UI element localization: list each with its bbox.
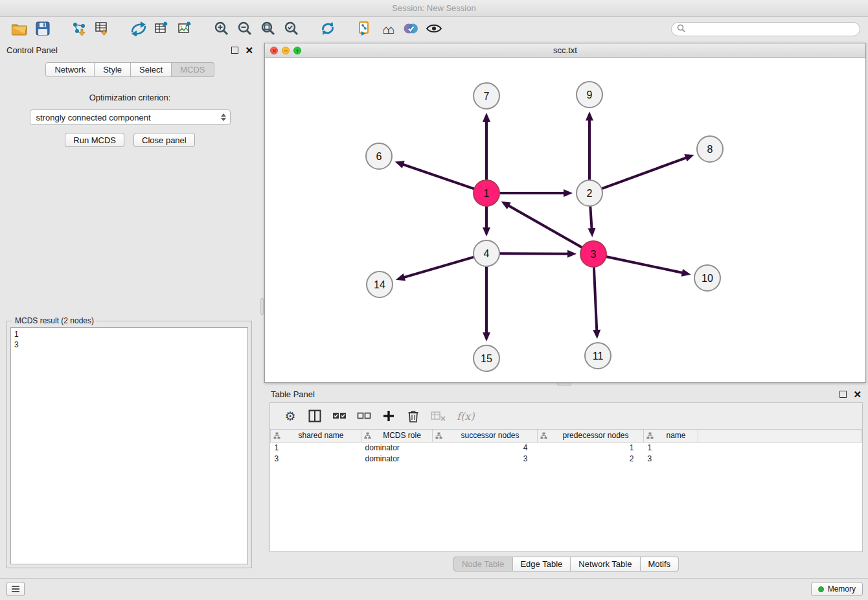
show-columns-button[interactable] <box>308 408 322 424</box>
save-session-button[interactable] <box>31 19 54 40</box>
column-type-icon <box>646 432 654 441</box>
dropdown-stepper-icon <box>221 113 226 121</box>
search-box[interactable] <box>671 22 860 36</box>
edge-arrowhead-icon <box>483 113 490 122</box>
zoom-out-button[interactable] <box>233 19 257 40</box>
table-row[interactable]: 1 dominator 4 1 1 <box>271 442 862 453</box>
tab-motifs[interactable]: Motifs <box>640 557 679 571</box>
graph-node-label: 4 <box>484 248 490 259</box>
main-toolbar: ⌂⌂ <box>0 17 868 41</box>
tab-network[interactable]: Network <box>45 62 95 77</box>
window-close-icon[interactable] <box>270 47 278 54</box>
list-icon <box>11 585 20 593</box>
edge-arrowhead-icon <box>567 250 577 258</box>
zoom-in-button[interactable] <box>210 19 233 40</box>
save-floppy-icon <box>36 21 50 38</box>
add-column-button[interactable] <box>382 408 396 424</box>
graph-edge-1-6[interactable] <box>402 164 474 189</box>
window-zoom-icon[interactable] <box>293 47 301 54</box>
edge-arrowhead-icon <box>564 189 573 197</box>
float-panel-icon[interactable] <box>231 47 238 54</box>
edge-arrowhead-icon <box>396 273 405 281</box>
clone-network-button[interactable] <box>352 19 376 40</box>
node-table: shared name MCDS role successor nodes <box>270 430 862 464</box>
table-panel-title: Table Panel <box>271 389 315 399</box>
search-input[interactable] <box>689 25 854 34</box>
network-canvas[interactable]: 7968124314101511 <box>265 58 865 382</box>
export-image-button[interactable] <box>174 19 197 40</box>
apply-style-button[interactable] <box>399 19 422 40</box>
graph-edge-3-1[interactable] <box>508 205 582 248</box>
tab-mcds[interactable]: MCDS <box>172 62 214 77</box>
venn-diagram-icon <box>402 21 419 38</box>
export-image-icon <box>177 21 193 38</box>
node-table-area[interactable]: shared name MCDS role successor nodes <box>270 429 862 551</box>
refresh-button[interactable] <box>316 19 339 40</box>
graph-edge-4-3[interactable] <box>500 253 569 254</box>
column-header-predecessor-nodes[interactable]: predecessor nodes <box>538 430 644 442</box>
graph-edge-3-10[interactable] <box>607 257 683 273</box>
plus-icon <box>382 410 395 422</box>
deselect-all-button[interactable] <box>357 408 371 424</box>
column-header-shared-name[interactable]: shared name <box>271 430 361 442</box>
column-header-name[interactable]: name <box>644 430 698 442</box>
column-type-icon <box>540 432 547 441</box>
tab-network-table[interactable]: Network Table <box>571 557 640 571</box>
import-network-button[interactable] <box>67 19 91 40</box>
select-all-button[interactable] <box>332 408 347 424</box>
delete-column-button[interactable] <box>406 408 420 424</box>
table-settings-button[interactable]: ⚙ <box>283 408 297 424</box>
select-all-icon <box>332 411 347 421</box>
graph-edge-2-3[interactable] <box>590 207 591 229</box>
window-minimize-icon[interactable] <box>282 47 290 54</box>
column-header-successor-nodes[interactable]: successor nodes <box>433 430 538 442</box>
column-type-icon <box>273 432 280 441</box>
table-toolbar: ⚙ f(x) <box>270 403 862 429</box>
graph-edge-3-11[interactable] <box>594 268 597 331</box>
table-panel-header: Table Panel ✕ <box>264 386 868 402</box>
tab-style[interactable]: Style <box>95 62 131 77</box>
show-hide-button[interactable] <box>422 19 446 40</box>
eye-icon <box>426 22 442 37</box>
open-session-button[interactable] <box>8 19 31 40</box>
close-panel-button[interactable]: Close panel <box>133 133 195 147</box>
memory-status-icon <box>818 586 824 592</box>
network-graph[interactable]: 7968124314101511 <box>265 58 865 382</box>
close-panel-icon[interactable]: ✕ <box>245 45 253 55</box>
run-mcds-button[interactable]: Run MCDS <box>65 133 124 147</box>
optimization-criterion-label: Optimization criterion: <box>0 93 260 102</box>
gear-icon: ⚙ <box>284 410 295 422</box>
zoom-selected-button[interactable] <box>280 19 303 40</box>
import-table-button[interactable] <box>91 19 114 40</box>
first-neighbors-button[interactable]: ⌂⌂ <box>376 19 399 40</box>
column-type-icon <box>435 432 442 441</box>
tab-select[interactable]: Select <box>131 62 172 77</box>
table-row[interactable]: 3 dominator 3 2 3 <box>271 453 862 464</box>
tab-node-table[interactable]: Node Table <box>453 557 513 571</box>
export-network-button[interactable] <box>127 19 150 40</box>
show-panels-button[interactable] <box>6 582 25 596</box>
close-table-panel-icon[interactable]: ✕ <box>853 389 862 399</box>
vertical-splitter[interactable] <box>260 41 264 575</box>
graph-edge-4-14[interactable] <box>403 257 473 278</box>
table-header-row: shared name MCDS role successor nodes <box>271 430 862 442</box>
tab-edge-table[interactable]: Edge Table <box>512 557 571 571</box>
control-panel-tabs: Network Style Select MCDS <box>0 62 260 77</box>
memory-button[interactable]: Memory <box>811 582 863 596</box>
export-table-button[interactable] <box>150 19 174 40</box>
delete-table-button-disabled <box>431 408 446 424</box>
network-window-titlebar[interactable]: scc.txt <box>265 43 865 58</box>
float-table-panel-icon[interactable] <box>839 391 847 398</box>
edge-arrowhead-icon <box>588 228 595 237</box>
table-frame: ⚙ f(x) <box>269 402 863 552</box>
splitter-grip[interactable] <box>260 298 264 315</box>
graph-node-label: 15 <box>481 353 492 364</box>
column-header-filler <box>698 430 862 442</box>
column-header-mcds-role[interactable]: MCDS role <box>361 430 433 442</box>
clone-network-icon <box>356 21 372 38</box>
control-panel-header: Control Panel ✕ <box>0 41 260 58</box>
zoom-fit-button[interactable] <box>257 19 280 40</box>
criterion-dropdown[interactable]: strongly connected component <box>30 110 231 125</box>
mcds-result-text[interactable]: 1 3 <box>10 327 248 564</box>
graph-edge-2-8[interactable] <box>602 157 687 189</box>
